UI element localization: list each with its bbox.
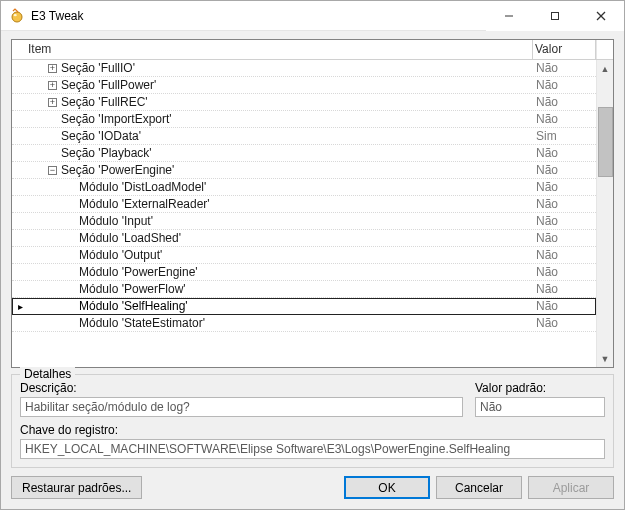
tree-row-value: Não: [534, 299, 596, 313]
tree-row[interactable]: Módulo 'PowerEngine'Não: [12, 264, 596, 281]
tree-row[interactable]: Módulo 'PowerFlow'Não: [12, 281, 596, 298]
tree-row-label: Módulo 'SelfHealing': [79, 299, 188, 313]
tree-row-value: Não: [534, 197, 596, 211]
tree-row-label: Módulo 'DistLoadModel': [79, 180, 206, 194]
tree-row-label: Módulo 'PowerFlow': [79, 282, 186, 296]
cancel-button[interactable]: Cancelar: [436, 476, 522, 499]
svg-point-0: [12, 12, 22, 22]
registry-key-label: Chave do registro:: [20, 423, 605, 437]
column-headers[interactable]: Item Valor: [12, 40, 613, 60]
tree-row-label: Módulo 'StateEstimator': [79, 316, 205, 330]
tree-row[interactable]: +Seção 'FullREC'Não: [12, 94, 596, 111]
tree-row-label: Módulo 'LoadShed': [79, 231, 181, 245]
details-legend: Detalhes: [20, 367, 75, 381]
app-icon: [9, 8, 25, 24]
tree-row[interactable]: Módulo 'StateEstimator'Não: [12, 315, 596, 332]
tree-row[interactable]: Módulo 'Input'Não: [12, 213, 596, 230]
tree-row-value: Não: [534, 214, 596, 228]
tree-row[interactable]: Seção 'Playback'Não: [12, 145, 596, 162]
tree-row-label: Módulo 'Output': [79, 248, 162, 262]
tree-row[interactable]: ▸Módulo 'SelfHealing'Não: [12, 298, 596, 315]
tree-row-value: Sim: [534, 129, 596, 143]
tree-row-label: Seção 'FullIO': [61, 61, 135, 75]
scroll-down-icon[interactable]: ▼: [597, 350, 614, 367]
tree-row-label: Seção 'Playback': [61, 146, 152, 160]
tree-row[interactable]: Seção 'IOData'Sim: [12, 128, 596, 145]
tree-row-value: Não: [534, 163, 596, 177]
app-window: E3 Tweak Item Valor +Seção 'F: [0, 0, 625, 510]
tree-row-value: Não: [534, 180, 596, 194]
description-label: Descrição:: [20, 381, 463, 395]
tree-row[interactable]: Módulo 'ExternalReader'Não: [12, 196, 596, 213]
tree-row-value: Não: [534, 248, 596, 262]
svg-rect-3: [552, 12, 559, 19]
scroll-up-icon[interactable]: ▲: [597, 60, 614, 77]
tree-row[interactable]: Seção 'ImportExport'Não: [12, 111, 596, 128]
restore-defaults-button[interactable]: Restaurar padrões...: [11, 476, 142, 499]
maximize-button[interactable]: [532, 1, 578, 31]
svg-point-1: [14, 14, 17, 16]
minimize-button[interactable]: [486, 1, 532, 31]
details-group: Detalhes Descrição: Habilitar seção/módu…: [11, 374, 614, 468]
ok-button[interactable]: OK: [344, 476, 430, 499]
description-field: Habilitar seção/módulo de log?: [20, 397, 463, 417]
registry-key-field: HKEY_LOCAL_MACHINE\SOFTWARE\Elipse Softw…: [20, 439, 605, 459]
default-value-label: Valor padrão:: [475, 381, 605, 395]
tree-row-label: Seção 'ImportExport': [61, 112, 172, 126]
expand-icon[interactable]: +: [48, 64, 57, 73]
tree-row-label: Seção 'IOData': [61, 129, 141, 143]
tree-row-label: Módulo 'PowerEngine': [79, 265, 198, 279]
tree-row[interactable]: −Seção 'PowerEngine'Não: [12, 162, 596, 179]
column-header-item[interactable]: Item: [12, 40, 532, 59]
tree-row-value: Não: [534, 265, 596, 279]
window-title: E3 Tweak: [31, 9, 83, 23]
tree-row-label: Seção 'FullPower': [61, 78, 156, 92]
tree-row[interactable]: +Seção 'FullPower'Não: [12, 77, 596, 94]
tree-row-value: Não: [534, 61, 596, 75]
tree-row-value: Não: [534, 146, 596, 160]
tree-row[interactable]: Módulo 'LoadShed'Não: [12, 230, 596, 247]
tree-row[interactable]: Módulo 'DistLoadModel'Não: [12, 179, 596, 196]
tree-row[interactable]: Módulo 'Output'Não: [12, 247, 596, 264]
tree-row-value: Não: [534, 231, 596, 245]
scroll-thumb[interactable]: [598, 107, 613, 177]
expand-icon[interactable]: +: [48, 81, 57, 90]
vertical-scrollbar[interactable]: ▲ ▼: [596, 60, 613, 367]
column-header-value[interactable]: Valor: [533, 40, 595, 59]
tree-row-value: Não: [534, 316, 596, 330]
tree-row-label: Seção 'FullREC': [61, 95, 148, 109]
apply-button[interactable]: Aplicar: [528, 476, 614, 499]
tree-row-value: Não: [534, 112, 596, 126]
default-value-field: Não: [475, 397, 605, 417]
tree-row-label: Seção 'PowerEngine': [61, 163, 174, 177]
tree-grid[interactable]: Item Valor +Seção 'FullIO'Não+Seção 'Ful…: [11, 39, 614, 368]
tree-row-value: Não: [534, 95, 596, 109]
button-bar: Restaurar padrões... OK Cancelar Aplicar: [11, 474, 614, 499]
titlebar[interactable]: E3 Tweak: [1, 1, 624, 31]
tree-row-value: Não: [534, 282, 596, 296]
expand-icon[interactable]: +: [48, 98, 57, 107]
tree-row[interactable]: +Seção 'FullIO'Não: [12, 60, 596, 77]
tree-row-label: Módulo 'ExternalReader': [79, 197, 210, 211]
tree-row-label: Módulo 'Input': [79, 214, 153, 228]
row-pointer-icon: ▸: [12, 301, 28, 312]
collapse-icon[interactable]: −: [48, 166, 57, 175]
column-header-scroll: [596, 40, 613, 59]
tree-row-value: Não: [534, 78, 596, 92]
close-button[interactable]: [578, 1, 624, 31]
